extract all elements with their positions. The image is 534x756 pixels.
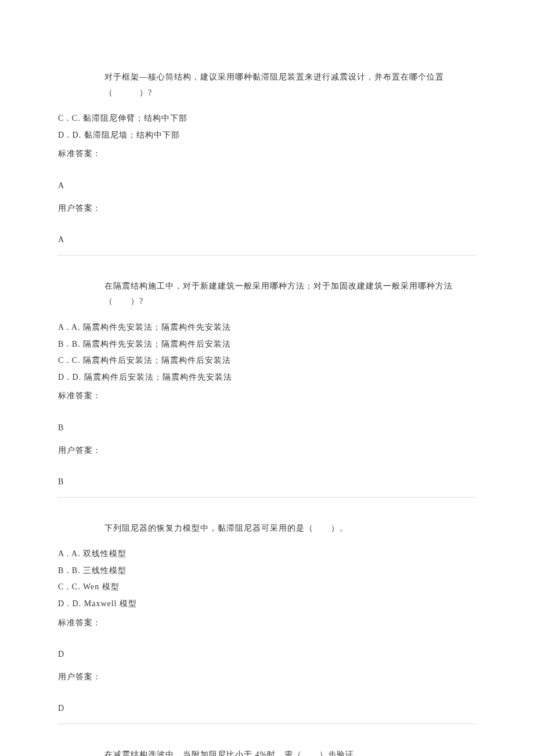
question-block-3: 下列阻尼器的恢复力模型中，黏滞阻尼器可采用的是（ ）。 A . A. 双线性模型… <box>58 521 476 724</box>
option-d: D . D. 黏滞阻尼墙；结构中下部 <box>58 128 476 143</box>
option-b: B . B. 三线性模型 <box>58 563 476 579</box>
user-answer-value: D <box>58 701 476 717</box>
user-answer-value: B <box>58 474 476 490</box>
option-c: C . C. 黏滞阻尼伸臂；结构中下部 <box>58 111 476 127</box>
question-block-2: 在隔震结构施工中，对于新建建筑一般采用哪种方法；对于加固改建建筑一般采用哪种方法… <box>58 279 476 498</box>
user-answer-value: A <box>58 232 476 248</box>
option-c: C . C. 隔震构件后安装法；隔震构件后安装法 <box>58 353 476 369</box>
standard-answer-value: A <box>58 178 476 194</box>
option-a: A . A. 隔震构件先安装法；隔震构件先安装法 <box>58 320 476 336</box>
question-text: 对于框架—核心筒结构，建议采用哪种黏滞阻尼装置来进行减震设计，并布置在哪个位置（… <box>58 70 476 100</box>
option-d: D . D. 隔震构件后安装法；隔震构件先安装法 <box>58 370 476 386</box>
option-d: D . D. Maxwell 模型 <box>58 596 476 612</box>
question-text: 在隔震结构施工中，对于新建建筑一般采用哪种方法；对于加固改建建筑一般采用哪种方法… <box>58 279 476 309</box>
user-answer-label: 用户答案 : <box>58 201 476 217</box>
standard-answer-label: 标准答案 : <box>58 146 476 162</box>
question-text: 下列阻尼器的恢复力模型中，黏滞阻尼器可采用的是（ ）。 <box>58 521 476 537</box>
option-b: B . B. 隔震构件先安装法；隔震构件后安装法 <box>58 337 476 352</box>
question-block-4: 在减震结构选波中，当附加阻尼比小于 4%时，需（ ）步验证。 <box>58 747 476 756</box>
standard-answer-value: D <box>58 647 476 663</box>
option-a: A . A. 双线性模型 <box>58 546 476 562</box>
option-c: C . C. Wen 模型 <box>58 579 476 595</box>
standard-answer-value: B <box>58 420 476 436</box>
question-block-1: 对于框架—核心筒结构，建议采用哪种黏滞阻尼装置来进行减震设计，并布置在哪个位置（… <box>58 70 476 255</box>
user-answer-label: 用户答案 : <box>58 443 476 459</box>
user-answer-label: 用户答案 : <box>58 669 476 685</box>
standard-answer-label: 标准答案 : <box>58 388 476 404</box>
divider <box>58 497 476 498</box>
divider <box>58 255 476 255</box>
question-text: 在减震结构选波中，当附加阻尼比小于 4%时，需（ ）步验证。 <box>58 747 476 756</box>
standard-answer-label: 标准答案 : <box>58 615 476 631</box>
divider <box>58 723 476 724</box>
